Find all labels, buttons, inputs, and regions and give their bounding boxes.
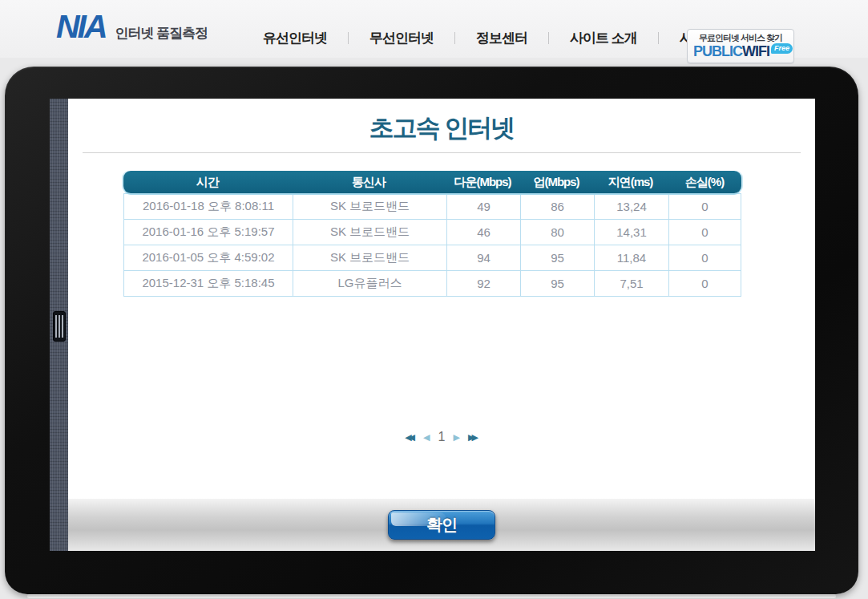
nia-logo[interactable]: NIA 인터넷 품질측정	[56, 10, 208, 43]
cell-time: 2016-01-05 오후 4:59:02	[124, 245, 293, 270]
column-header-upload: 업(Mbps)	[519, 175, 593, 190]
cell-carrier: SK 브로드밴드	[293, 194, 446, 219]
cell-download: 92	[446, 271, 520, 296]
next-page-icon[interactable]: ▶	[453, 433, 459, 442]
cell-time: 2016-01-16 오후 5:19:57	[124, 220, 293, 245]
tablet-frame: 초고속 인터넷 시간 통신사 다운(Mbps) 업(Mbps) 지연(ms) 손…	[5, 67, 858, 594]
site-header: NIA 인터넷 품질측정 유선인터넷 무선인터넷 정보센터 사이트 소개 사이트…	[0, 0, 868, 58]
last-page-icon[interactable]: ▶▶	[468, 433, 478, 442]
side-panel-handle-icon[interactable]	[53, 311, 66, 342]
cell-loss: 0	[668, 194, 741, 219]
cell-latency: 11,84	[594, 245, 668, 270]
nav-item-site-intro[interactable]: 사이트 소개	[549, 29, 658, 47]
column-header-carrier: 통신사	[292, 175, 446, 190]
cell-time: 2015-12-31 오후 5:18:45	[124, 271, 293, 296]
column-header-loss: 손실(%)	[668, 175, 741, 190]
page-content: 초고속 인터넷 시간 통신사 다운(Mbps) 업(Mbps) 지연(ms) 손…	[68, 99, 815, 551]
cell-carrier: SK 브로드밴드	[293, 245, 446, 270]
confirm-button-label: 확인	[426, 516, 457, 533]
nav-item-wireless-internet[interactable]: 무선인터넷	[349, 29, 454, 47]
cell-carrier: LG유플러스	[293, 271, 446, 296]
column-header-time: 시간	[123, 175, 292, 190]
cell-download: 49	[446, 194, 520, 219]
cell-upload: 86	[520, 194, 594, 219]
public-wifi-banner[interactable]: 무료인터넷 서비스 찾기 PUBLICWIFIFree	[687, 29, 794, 63]
public-wifi-brand-right: WIFI	[742, 43, 769, 59]
table-row: 2016-01-05 오후 4:59:02 SK 브로드밴드 94 95 11,…	[123, 245, 741, 271]
cell-carrier: SK 브로드밴드	[293, 220, 446, 245]
table-row: 2016-01-18 오후 8:08:11 SK 브로드밴드 49 86 13,…	[123, 194, 741, 220]
public-wifi-caption: 무료인터넷 서비스 찾기	[693, 32, 788, 44]
cell-latency: 7,51	[594, 271, 668, 296]
page-title: 초고속 인터넷	[68, 111, 815, 145]
public-wifi-brand-left: PUBLIC	[693, 43, 742, 59]
nia-logo-text: NIA	[56, 10, 106, 43]
nav-item-wired-internet[interactable]: 유선인터넷	[242, 29, 348, 47]
table-body: 2016-01-18 오후 8:08:11 SK 브로드밴드 49 86 13,…	[123, 193, 741, 297]
confirm-button[interactable]: 확인	[388, 510, 495, 540]
cell-time: 2016-01-18 오후 8:08:11	[124, 194, 293, 219]
tablet-screen: 초고속 인터넷 시간 통신사 다운(Mbps) 업(Mbps) 지연(ms) 손…	[50, 99, 815, 551]
public-wifi-brand: PUBLICWIFIFree	[693, 44, 788, 59]
table-header-row: 시간 통신사 다운(Mbps) 업(Mbps) 지연(ms) 손실(%)	[123, 171, 741, 193]
cell-download: 94	[446, 245, 520, 270]
cell-latency: 14,31	[594, 220, 668, 245]
free-bubble-icon: Free	[771, 43, 793, 54]
table-row: 2015-12-31 오후 5:18:45 LG유플러스 92 95 7,51 …	[123, 271, 741, 297]
prev-page-icon[interactable]: ◀	[423, 433, 430, 442]
table-row: 2016-01-16 오후 5:19:57 SK 브로드밴드 46 80 14,…	[123, 220, 741, 245]
first-page-icon[interactable]: ◀◀	[405, 433, 415, 442]
title-divider	[83, 152, 801, 153]
main-nav: 유선인터넷 무선인터넷 정보센터 사이트 소개 사이트맵	[242, 29, 752, 47]
speed-results-table: 시간 통신사 다운(Mbps) 업(Mbps) 지연(ms) 손실(%) 201…	[123, 171, 741, 297]
cell-loss: 0	[668, 245, 741, 270]
cell-upload: 95	[520, 271, 594, 296]
nia-logo-tagline: 인터넷 품질측정	[115, 24, 208, 42]
cell-latency: 13,24	[594, 194, 668, 219]
cell-loss: 0	[668, 271, 741, 296]
bottom-action-bar: 확인	[68, 499, 815, 551]
pagination: ◀◀ ◀ 1 ▶ ▶▶	[68, 429, 815, 445]
column-header-latency: 지연(ms)	[593, 175, 668, 190]
cell-download: 46	[446, 220, 520, 245]
cell-upload: 80	[520, 220, 594, 245]
nav-item-info-center[interactable]: 정보센터	[455, 29, 548, 47]
tablet-bottom-edge	[27, 594, 836, 598]
cell-loss: 0	[668, 220, 741, 245]
current-page-number: 1	[438, 430, 446, 444]
column-header-download: 다운(Mbps)	[446, 175, 519, 190]
cell-upload: 95	[520, 245, 594, 270]
